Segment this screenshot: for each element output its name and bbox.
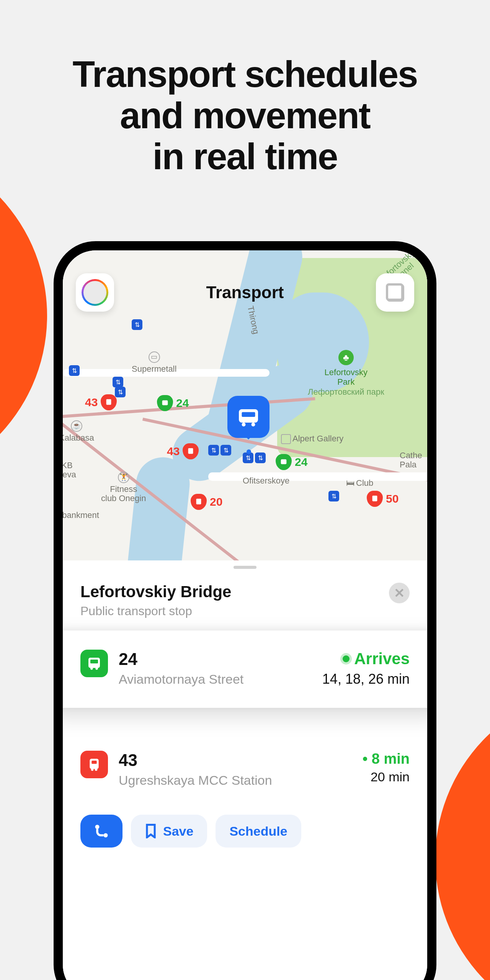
map-route-43[interactable]: 43 — [85, 394, 117, 410]
svg-rect-2 — [188, 448, 193, 454]
gym-icon: 🏋 — [118, 472, 129, 483]
metro-icon: ⇅ — [255, 452, 266, 463]
svg-point-8 — [252, 423, 255, 426]
map-route-43[interactable]: 43 — [167, 443, 199, 459]
map-top-row: Transport — [76, 273, 414, 312]
svg-rect-15 — [91, 761, 96, 764]
avatar-ring-icon — [82, 279, 108, 306]
profile-button[interactable] — [76, 273, 114, 312]
poi-cath: Cathe Pala — [400, 451, 422, 469]
map-park-label: ♣ Lefortovsky Park Лефортовский парк — [308, 350, 384, 397]
park-name: Lefortovsky Park — [308, 368, 384, 387]
svg-rect-11 — [90, 660, 98, 663]
phone-screen: ♣ Lefortovsky Park Лефортовский парк ▭Su… — [63, 250, 427, 980]
route-number: 43 — [119, 751, 352, 770]
museum-icon — [281, 434, 291, 444]
map-route-24[interactable]: 24 — [157, 395, 189, 411]
selected-stop-pin[interactable] — [227, 396, 270, 438]
arrives-label: Arrives — [354, 650, 410, 668]
poi-embankment: mbankment — [63, 511, 99, 520]
sheet-drag-handle[interactable] — [234, 566, 256, 569]
map-canvas[interactable]: ♣ Lefortovsky Park Лефортовский парк ▭Su… — [63, 250, 427, 560]
svg-rect-4 — [196, 499, 201, 505]
bottom-sheet[interactable]: Lefortovskiy Bridge Public transport sto… — [63, 560, 427, 980]
route-icon — [93, 823, 110, 840]
svg-point-17 — [95, 768, 98, 771]
svg-rect-1 — [162, 400, 168, 405]
schedule-button[interactable]: Schedule — [216, 815, 301, 848]
svg-rect-3 — [281, 459, 287, 464]
metro-icon: ⇅ — [220, 445, 231, 456]
svg-point-13 — [95, 667, 98, 670]
poi-kalabasa: ☕Kalabasa — [63, 420, 94, 443]
bookmark-icon — [145, 824, 157, 838]
close-icon: ✕ — [394, 585, 405, 601]
tram-pin-icon — [367, 491, 383, 507]
phone-frame: ♣ Lefortovsky Park Лефортовский парк ▭Su… — [54, 241, 436, 980]
metro-icon: ⇅ — [113, 377, 123, 387]
stop-title: Lefortovskiy Bridge — [80, 583, 231, 601]
tram-pin-icon — [191, 494, 207, 510]
route-destination: Ugreshskaya MCC Station — [119, 773, 352, 788]
layers-button[interactable] — [376, 273, 414, 312]
metro-icon: ⇅ — [69, 365, 80, 376]
poi-club: 🛏Club — [346, 479, 373, 488]
building-icon: ▭ — [149, 351, 160, 363]
stop-subtitle: Public transport stop — [80, 604, 231, 618]
route-number: 24 — [119, 650, 312, 669]
tram-pin-icon — [101, 394, 117, 410]
metro-icon: ⇅ — [328, 491, 339, 501]
action-row: Save Schedule — [63, 805, 427, 857]
svg-point-19 — [104, 833, 108, 838]
metro-icon: ⇅ — [243, 452, 253, 463]
sheet-header: Lefortovskiy Bridge Public transport sto… — [63, 569, 427, 626]
route-card[interactable]: 43 Ugreshskaya MCC Station • 8 min 20 mi… — [63, 735, 427, 805]
arrival-times: 14, 18, 26 min — [322, 671, 410, 687]
save-button[interactable]: Save — [131, 815, 207, 848]
close-button[interactable]: ✕ — [389, 583, 410, 603]
bed-icon: 🛏 — [346, 478, 354, 488]
route-list: 24 Aviamotornaya Street Arrives 14, 18, … — [63, 630, 427, 805]
tram-pin-icon — [183, 443, 199, 459]
park-name-ru: Лефортовский парк — [308, 387, 384, 397]
map-route-24[interactable]: 24 — [276, 454, 307, 470]
tram-icon — [80, 751, 108, 778]
headline-line: in real time — [0, 136, 490, 177]
map-title: Transport — [206, 283, 284, 302]
after-arrival: 20 min — [363, 769, 410, 784]
headline-line: and movement — [0, 95, 490, 136]
tree-icon: ♣ — [338, 350, 354, 365]
metro-icon: ⇅ — [132, 319, 142, 330]
next-arrival: • 8 min — [363, 751, 410, 767]
svg-point-18 — [95, 825, 100, 829]
route-card[interactable]: 24 Aviamotornaya Street Arrives 14, 18, … — [63, 630, 427, 708]
svg-rect-9 — [242, 412, 255, 417]
poi-onegin: 🏋Fitness club Onegin — [101, 472, 146, 503]
map-road — [208, 472, 427, 481]
cafe-icon: ☕ — [71, 420, 82, 432]
live-dot-icon — [343, 655, 350, 662]
route-destination: Aviamotornaya Street — [119, 672, 312, 687]
map-route-50[interactable]: 50 — [367, 491, 399, 507]
svg-point-7 — [242, 423, 246, 426]
page-headline: Transport schedules and movement in real… — [0, 54, 490, 177]
headline-line: Transport schedules — [0, 54, 490, 95]
bus-pin-icon — [157, 395, 173, 411]
metro-icon: ⇅ — [208, 445, 219, 456]
poi-alpert: Alpert Gallery — [281, 434, 343, 444]
layers-icon — [387, 284, 403, 301]
poi-ofitserskoye: Ofitserskoye — [243, 476, 289, 485]
svg-rect-5 — [372, 496, 377, 501]
svg-rect-0 — [106, 399, 111, 405]
bus-pin-icon — [276, 454, 292, 470]
svg-point-12 — [90, 667, 93, 670]
bus-icon — [80, 650, 108, 677]
route-button[interactable] — [80, 815, 122, 848]
selected-stop-dot — [247, 449, 251, 454]
poi-supermetall: ▭Supermetall — [132, 351, 176, 374]
map-route-20[interactable]: 20 — [191, 494, 222, 510]
poi-okb: OKB poleva — [63, 461, 76, 479]
svg-point-16 — [91, 768, 94, 771]
